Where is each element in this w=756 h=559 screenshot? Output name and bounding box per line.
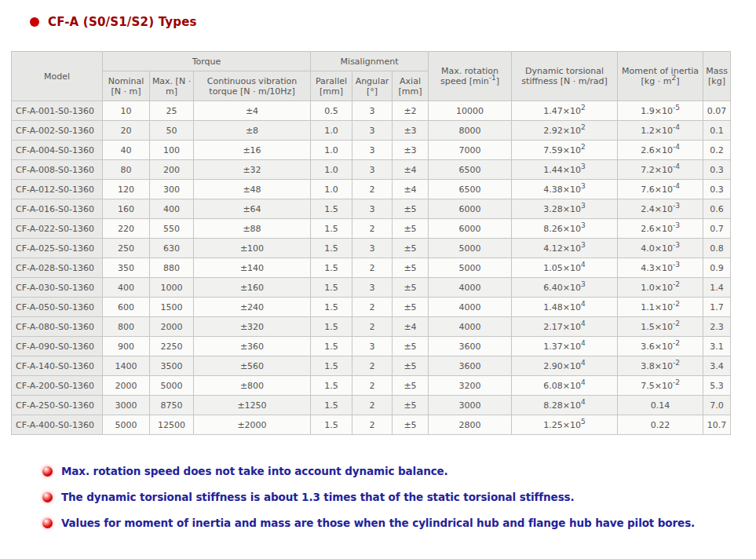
- cell-max-torque: 630: [150, 239, 194, 258]
- cell-parallel-misalignment: 1.5: [311, 199, 352, 219]
- cell-max-rotation-speed: 3200: [429, 376, 512, 396]
- page: CF-A (S0/S1/S2) Types Model Torque Misal…: [0, 0, 756, 559]
- cell-angular-misalignment: 3: [352, 278, 393, 298]
- cell-axial-misalignment: ±5: [393, 298, 429, 317]
- cell-vibration-torque: ±800: [194, 376, 311, 396]
- col-header-model: Model: [12, 52, 103, 101]
- table-row: CF-A-012-S0-1360120300±481.02±465004.38×…: [12, 180, 731, 199]
- cell-nominal-torque: 2000: [103, 376, 150, 396]
- table-row: CF-A-025-S0-1360250630±1001.53±550004.12…: [12, 239, 731, 258]
- cell-torsional-stiffness: 1.44×103: [512, 160, 618, 180]
- cell-model: CF-A-030-S0-1360: [12, 278, 103, 298]
- col-group-misalignment: Misalignment: [311, 52, 429, 71]
- cell-parallel-misalignment: 1.0: [311, 141, 352, 160]
- cell-max-rotation-speed: 6000: [429, 199, 512, 219]
- cell-nominal-torque: 40: [103, 141, 150, 160]
- cell-torsional-stiffness: 8.28×104: [512, 396, 618, 415]
- cell-angular-misalignment: 2: [352, 317, 393, 337]
- cell-moment-of-inertia: 2.6×10-3: [618, 219, 703, 239]
- footnote: Max. rotation speed does not take into a…: [42, 465, 695, 477]
- cell-moment-of-inertia: 4.0×10-3: [618, 239, 703, 258]
- cell-max-torque: 400: [150, 199, 194, 219]
- cell-nominal-torque: 80: [103, 160, 150, 180]
- cell-max-rotation-speed: 6000: [429, 219, 512, 239]
- table-row: CF-A-002-S0-13602050±81.03±380002.92×102…: [12, 121, 731, 141]
- cell-moment-of-inertia: 0.22: [618, 415, 703, 435]
- cell-mass: 0.3: [703, 160, 731, 180]
- cell-mass: 10.7: [703, 415, 731, 435]
- cell-max-rotation-speed: 10000: [429, 101, 512, 121]
- cell-max-torque: 100: [150, 141, 194, 160]
- cell-mass: 3.1: [703, 337, 731, 356]
- cell-vibration-torque: ±140: [194, 258, 311, 278]
- cell-angular-misalignment: 3: [352, 160, 393, 180]
- cell-mass: 2.3: [703, 317, 731, 337]
- cell-axial-misalignment: ±5: [393, 219, 429, 239]
- cell-moment-of-inertia: 2.4×10-3: [618, 199, 703, 219]
- cell-mass: 0.07: [703, 101, 731, 121]
- cell-torsional-stiffness: 6.08×104: [512, 376, 618, 396]
- cell-moment-of-inertia: 1.0×10-2: [618, 278, 703, 298]
- table-row: CF-A-200-S0-136020005000±8001.52±532006.…: [12, 376, 731, 396]
- cell-torsional-stiffness: 3.28×103: [512, 199, 618, 219]
- cell-nominal-torque: 250: [103, 239, 150, 258]
- cell-torsional-stiffness: 7.59×102: [512, 141, 618, 160]
- cell-moment-of-inertia: 1.5×10-2: [618, 317, 703, 337]
- cell-parallel-misalignment: 1.5: [311, 337, 352, 356]
- cell-parallel-misalignment: 1.0: [311, 121, 352, 141]
- cell-max-torque: 2000: [150, 317, 194, 337]
- cell-vibration-torque: ±88: [194, 219, 311, 239]
- table-row: CF-A-004-S0-136040100±161.03±370007.59×1…: [12, 141, 731, 160]
- cell-parallel-misalignment: 1.5: [311, 317, 352, 337]
- cell-angular-misalignment: 3: [352, 239, 393, 258]
- cell-axial-misalignment: ±4: [393, 317, 429, 337]
- cell-vibration-torque: ±64: [194, 199, 311, 219]
- cell-nominal-torque: 10: [103, 101, 150, 121]
- cell-nominal-torque: 350: [103, 258, 150, 278]
- cell-parallel-misalignment: 1.0: [311, 160, 352, 180]
- cell-angular-misalignment: 3: [352, 121, 393, 141]
- cell-nominal-torque: 120: [103, 180, 150, 199]
- cell-axial-misalignment: ±5: [393, 415, 429, 435]
- cell-torsional-stiffness: 1.47×102: [512, 101, 618, 121]
- cell-max-rotation-speed: 3600: [429, 337, 512, 356]
- cell-angular-misalignment: 2: [352, 356, 393, 376]
- col-header-angular-misalignment: Angular [°]: [352, 71, 393, 101]
- cell-model: CF-A-050-S0-1360: [12, 298, 103, 317]
- cell-axial-misalignment: ±5: [393, 376, 429, 396]
- cell-axial-misalignment: ±5: [393, 258, 429, 278]
- cell-moment-of-inertia: 1.9×10-5: [618, 101, 703, 121]
- cell-nominal-torque: 600: [103, 298, 150, 317]
- table-row: CF-A-016-S0-1360160400±641.53±560003.28×…: [12, 199, 731, 219]
- table-row: CF-A-250-S0-136030008750±12501.52±530008…: [12, 396, 731, 415]
- cell-max-rotation-speed: 3000: [429, 396, 512, 415]
- cell-nominal-torque: 5000: [103, 415, 150, 435]
- cell-max-torque: 300: [150, 180, 194, 199]
- cell-angular-misalignment: 2: [352, 180, 393, 199]
- cell-torsional-stiffness: 4.38×103: [512, 180, 618, 199]
- cell-moment-of-inertia: 7.2×10-4: [618, 160, 703, 180]
- cell-torsional-stiffness: 6.40×103: [512, 278, 618, 298]
- spec-table-header: Model Torque Misalignment Max. rotation …: [12, 52, 731, 101]
- col-header-max-rotation-speed: Max. rotation speed [min-1]: [429, 52, 512, 101]
- cell-model: CF-A-080-S0-1360: [12, 317, 103, 337]
- cell-angular-misalignment: 3: [352, 337, 393, 356]
- col-group-torque: Torque: [103, 52, 311, 71]
- cell-model: CF-A-028-S0-1360: [12, 258, 103, 278]
- cell-max-torque: 1000: [150, 278, 194, 298]
- col-header-max-torque: Max. [N · m]: [150, 71, 194, 101]
- cell-axial-misalignment: ±5: [393, 396, 429, 415]
- table-row: CF-A-050-S0-13606001500±2401.52±540001.4…: [12, 298, 731, 317]
- cell-max-torque: 25: [150, 101, 194, 121]
- cell-model: CF-A-004-S0-1360: [12, 141, 103, 160]
- cell-mass: 0.8: [703, 239, 731, 258]
- cell-angular-misalignment: 2: [352, 415, 393, 435]
- cell-mass: 0.7: [703, 219, 731, 239]
- table-row: CF-A-030-S0-13604001000±1601.53±540006.4…: [12, 278, 731, 298]
- cell-parallel-misalignment: 1.5: [311, 415, 352, 435]
- cell-torsional-stiffness: 8.26×103: [512, 219, 618, 239]
- cell-mass: 7.0: [703, 396, 731, 415]
- spec-table-body: CF-A-001-S0-13601025±40.53±2100001.47×10…: [12, 101, 731, 435]
- cell-model: CF-A-090-S0-1360: [12, 337, 103, 356]
- cell-model: CF-A-012-S0-1360: [12, 180, 103, 199]
